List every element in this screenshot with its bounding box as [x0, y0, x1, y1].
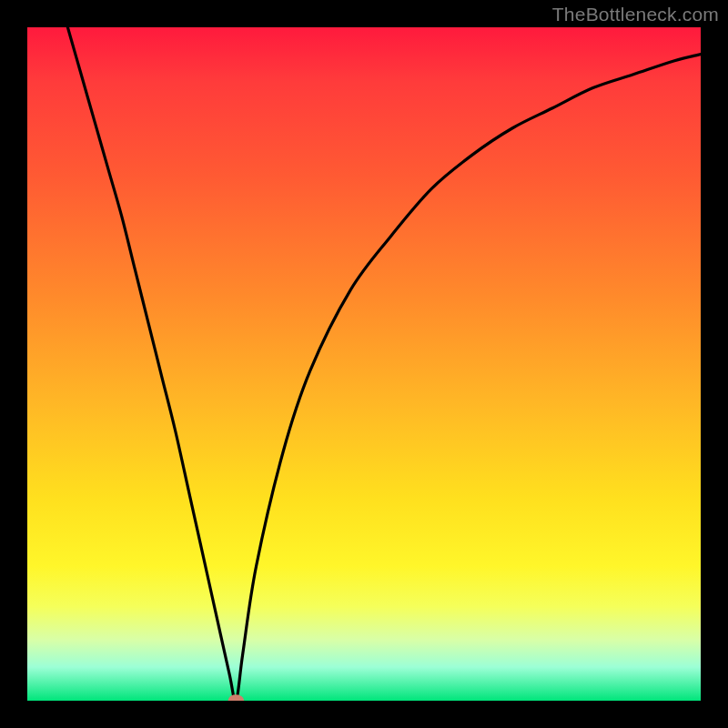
bottleneck-curve: [67, 27, 701, 701]
curve-svg: [27, 27, 701, 701]
plot-area: [27, 27, 701, 701]
watermark-text: TheBottleneck.com: [552, 4, 719, 25]
optimal-point-marker: [228, 694, 245, 701]
chart-frame: TheBottleneck.com: [0, 0, 728, 728]
